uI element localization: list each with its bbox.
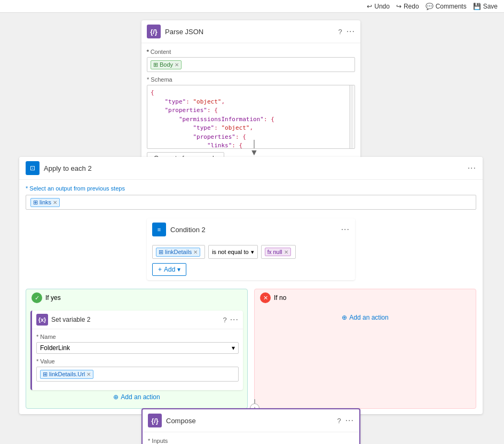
links-token-label: links	[40, 199, 51, 205]
compose-card: {/} Compose ? ··· * Inputs ⊞ FolderLink …	[141, 408, 360, 444]
if-yes-header: ✓ If yes	[26, 289, 247, 306]
select-output-input[interactable]: ⊞ links ✕	[26, 195, 476, 210]
condition-header: ≡ Condition 2 ···	[147, 218, 355, 241]
body-token-icon: ⊞	[153, 61, 158, 68]
url-token-icon: ⊞	[43, 371, 48, 378]
comments-icon: 💬	[426, 3, 434, 10]
schema-scrollbar[interactable]	[349, 85, 353, 148]
set-variable-card: {x} Set variable 2 ? ··· * Name	[30, 311, 243, 390]
apply-each-more-icon[interactable]: ···	[468, 163, 476, 173]
add-label: Add	[164, 266, 175, 273]
set-var-value-input[interactable]: ⊞ linkDetails.Url ✕	[36, 367, 239, 382]
compose-header: {/} Compose ? ···	[143, 409, 359, 432]
redo-label: Redo	[404, 3, 419, 10]
vline-1	[254, 140, 255, 148]
if-no-add-action-label: Add an action	[349, 314, 388, 321]
links-token-icon: ⊞	[33, 199, 38, 206]
set-var-name-select[interactable]: FolderLink ▾	[36, 342, 239, 354]
set-var-more-icon[interactable]: ···	[230, 315, 239, 324]
compose-icon: {/}	[148, 414, 162, 427]
toolbar: ↩ Undo ↪ Redo 💬 Comments 💾 Save	[0, 0, 504, 13]
body-token-label: Body	[160, 61, 173, 68]
apply-each-icon: ⊡	[26, 161, 40, 175]
parse-json-actions: ? ···	[338, 27, 355, 36]
more-options-icon[interactable]: ···	[346, 27, 355, 36]
set-var-body: * Name FolderLink ▾ * Value	[32, 329, 243, 390]
if-no-header: ✕ If no	[255, 289, 476, 306]
compose-inputs-row: * Inputs ⊞ FolderLink ✕	[148, 438, 354, 444]
redo-icon: ↪	[396, 3, 401, 10]
link-details-icon: ⊞	[159, 249, 163, 256]
content-field-row: * * Content ⊞ Body ✕	[147, 49, 355, 72]
link-details-label: linkDetails	[165, 249, 192, 255]
url-token-close[interactable]: ✕	[86, 371, 91, 377]
compose-inputs-label: * Inputs	[148, 438, 354, 444]
if-no-branch: ✕ If no ⊕ Add an action	[254, 289, 476, 409]
links-token: ⊞ links ✕	[30, 198, 60, 207]
null-token: fx null ✕	[265, 248, 291, 256]
compose-help-icon[interactable]: ?	[337, 417, 341, 425]
chevron-down-icon: ▾	[251, 249, 254, 256]
condition-row: ⊞ linkDetails ✕ is not equal to ▾	[152, 245, 350, 259]
undo-label: Undo	[374, 3, 390, 10]
if-no-body: ⊕ Add an action	[255, 306, 476, 329]
arrow-1: ▼	[250, 148, 258, 157]
condition-operator-select[interactable]: is not equal to ▾	[208, 245, 258, 259]
apply-inner: ≡ Condition 2 ··· ⊞ linkDetails	[26, 218, 476, 409]
save-button[interactable]: 💾 Save	[473, 3, 498, 10]
body-token: ⊞ Body ✕	[151, 60, 182, 69]
condition-right-field[interactable]: fx null ✕	[261, 245, 296, 259]
set-var-name-label: * Name	[36, 334, 239, 340]
add-action-icon: ⊕	[113, 393, 119, 401]
compose-more-icon[interactable]: ···	[345, 416, 354, 425]
comments-label: Comments	[436, 3, 467, 10]
condition-body: ⊞ linkDetails ✕ is not equal to ▾	[147, 241, 355, 280]
url-token-label: linkDetails.Url	[49, 371, 85, 377]
apply-each-title: Apply to each 2	[44, 164, 256, 172]
if-no-add-action-button[interactable]: ⊕ Add an action	[259, 311, 471, 324]
apply-each-header: ⊡ Apply to each 2 ···	[19, 157, 483, 180]
content-label: * * Content	[147, 49, 355, 55]
if-yes-add-action-button[interactable]: ⊕ Add an action	[30, 390, 243, 404]
branches-container: ✓ If yes {x} Set variable 2	[26, 289, 476, 409]
save-label: Save	[483, 3, 498, 10]
links-token-close[interactable]: ✕	[53, 200, 57, 205]
apply-each-card: ⊡ Apply to each 2 ··· * Select an output…	[19, 157, 483, 414]
if-no-add-action-icon: ⊕	[342, 314, 347, 321]
canvas-inner: {/} Parse JSON ? ··· * * Content ⊞ Body	[0, 13, 504, 444]
schema-label: * Schema	[147, 76, 355, 83]
if-no-label: If no	[274, 294, 286, 302]
set-var-header: {x} Set variable 2 ? ···	[32, 311, 243, 329]
schema-textarea[interactable]: { "type": "object", "properties": { "per…	[147, 85, 355, 149]
if-yes-body: {x} Set variable 2 ? ··· * Name	[26, 306, 247, 408]
set-var-icon: {x}	[36, 314, 48, 326]
add-button[interactable]: + Add ▾	[152, 263, 186, 276]
set-var-value-row: * Value ⊞ linkDetails.Url ✕	[36, 358, 239, 382]
if-yes-branch: ✓ If yes {x} Set variable 2	[26, 289, 248, 409]
null-token-label: null	[273, 249, 282, 255]
parse-json-header: {/} Parse JSON ? ···	[141, 20, 360, 43]
condition-more-icon[interactable]: ···	[341, 225, 350, 234]
if-yes-add-action-label: Add an action	[121, 393, 160, 401]
set-var-help-icon[interactable]: ?	[223, 316, 226, 324]
link-details-token: ⊞ linkDetails ✕	[156, 248, 200, 257]
operator-label: is not equal to	[212, 249, 249, 255]
add-chevron-icon: ▾	[177, 266, 180, 273]
set-var-value-label: * Value	[36, 358, 239, 364]
compose-body: * Inputs ⊞ FolderLink ✕	[143, 432, 359, 444]
if-yes-label: If yes	[45, 294, 61, 302]
body-token-close[interactable]: ✕	[175, 62, 179, 68]
help-icon[interactable]: ?	[338, 28, 342, 36]
undo-button[interactable]: ↩ Undo	[367, 3, 390, 10]
if-no-icon: ✕	[260, 292, 271, 303]
connector-1: ▼	[250, 140, 258, 157]
comments-button[interactable]: 💬 Comments	[426, 3, 467, 10]
condition-left-field[interactable]: ⊞ linkDetails ✕	[152, 245, 205, 259]
save-icon: 💾	[473, 3, 481, 10]
if-yes-icon: ✓	[32, 292, 42, 303]
content-input[interactable]: ⊞ Body ✕	[147, 57, 355, 72]
condition-card: ≡ Condition 2 ··· ⊞ linkDetails	[147, 218, 355, 280]
redo-button[interactable]: ↪ Redo	[396, 3, 419, 10]
link-details-close[interactable]: ✕	[193, 249, 198, 255]
null-token-close[interactable]: ✕	[284, 249, 288, 255]
